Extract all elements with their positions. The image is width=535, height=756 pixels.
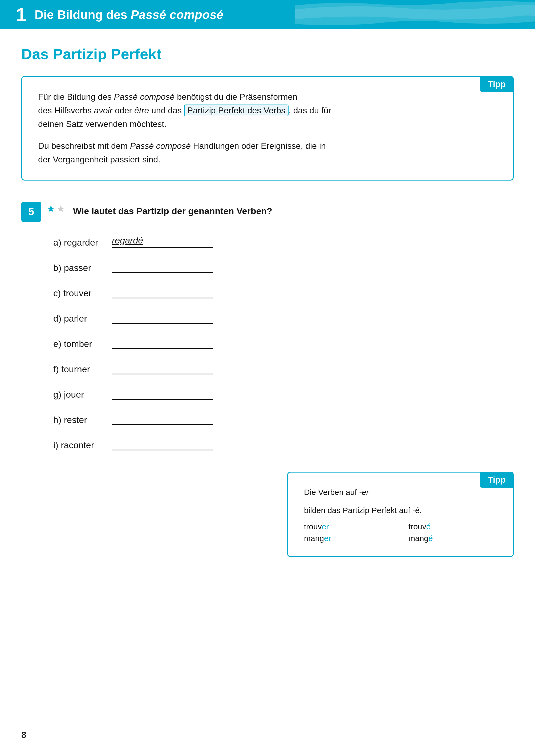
tipp2-table: trouver trouvé manger mangé xyxy=(304,522,497,543)
star-1: ★ xyxy=(47,203,55,214)
tipp-text-p2-1: Du beschreibst mit dem xyxy=(38,141,130,151)
tipp-paragraph-1: Für die Bildung des Passé composé benöti… xyxy=(38,90,497,131)
tipp2-line2: bilden das Partizip Perfekt auf -é. xyxy=(304,504,497,517)
tipp2-text-1: Die Verben auf xyxy=(304,488,359,497)
tipp-badge-1: Tipp xyxy=(480,76,514,92)
tipp-highlight: Partizip Perfekt des Verbs xyxy=(184,105,289,116)
answer-line-a[interactable]: regardé xyxy=(112,235,213,248)
answer-line-i[interactable] xyxy=(112,440,213,450)
section-title: Das Partizip Perfekt xyxy=(21,45,514,63)
chapter-title-italic: Passé composé xyxy=(130,8,223,22)
exercise-section: 5 ★ ★ Wie lautet das Partizip der genann… xyxy=(21,202,514,450)
list-item: h) rester xyxy=(53,414,514,425)
tipp-text-p1-1: Für die Bildung des xyxy=(38,92,114,102)
list-item: a) regarder regardé xyxy=(53,235,514,248)
answer-line-d[interactable] xyxy=(112,313,213,324)
tipp-text-etre: être xyxy=(134,106,149,115)
item-label-e: e) tomber xyxy=(53,339,112,349)
item-label-f: f) tourner xyxy=(53,364,112,375)
star-2: ★ xyxy=(56,203,65,214)
list-item: d) parler xyxy=(53,313,514,324)
tipp-text-oder: oder xyxy=(112,106,134,115)
answer-line-h[interactable] xyxy=(112,414,213,425)
exercise-items: a) regarder regardé b) passer c) trouver… xyxy=(21,235,514,450)
item-label-d: d) parler xyxy=(53,313,112,324)
list-item: f) tourner xyxy=(53,364,514,375)
tipp2-line1: Die Verben auf -er xyxy=(304,486,497,499)
tipp2-word-mange: mangé xyxy=(408,534,497,543)
item-label-b: b) passer xyxy=(53,263,112,273)
tipp2-e-2: é xyxy=(428,534,433,543)
page-number: 8 xyxy=(21,730,26,740)
tipp-badge-2: Tipp xyxy=(480,472,514,488)
answer-line-b[interactable] xyxy=(112,262,213,273)
tipp-text-p2-3: der Vergangenheit passiert sind. xyxy=(38,155,160,164)
tipp-text-p1-2: benötigst du die Präsensformen xyxy=(175,92,297,102)
chapter-title-prefix: Die Bildung des xyxy=(35,8,130,22)
tipp2-word-trouver: trouver xyxy=(304,522,392,531)
tipp-text-und-das: und das xyxy=(149,106,184,115)
tipp2-word-manger: manger xyxy=(304,534,392,543)
answer-filled-a: regardé xyxy=(112,235,143,246)
star-row: ★ ★ xyxy=(47,203,65,214)
tipp-box-2: Tipp Die Verben auf -er bilden das Parti… xyxy=(287,472,514,557)
tipp2-er-2: er xyxy=(324,534,331,543)
brush-decoration xyxy=(295,0,535,29)
answer-line-g[interactable] xyxy=(112,389,213,400)
tipp2-word-trouve: trouvé xyxy=(408,522,497,531)
tipp-box-1: Tipp Für die Bildung des Passé composé b… xyxy=(21,76,514,181)
tipp-text-p1-3: des Hilfsverbs xyxy=(38,106,94,115)
item-label-i: i) raconter xyxy=(53,440,112,450)
bottom-tipp-section: Tipp Die Verben auf -er bilden das Parti… xyxy=(21,472,514,557)
main-content: Das Partizip Perfekt Tipp Für die Bildun… xyxy=(0,29,535,573)
tipp-paragraph-2: Du beschreibst mit dem Passé composé Han… xyxy=(38,139,497,166)
exercise-number: 5 xyxy=(21,202,41,222)
tipp-text-p2-italic: Passé composé xyxy=(130,141,191,151)
stars-container: ★ ★ xyxy=(47,202,65,214)
answer-line-f[interactable] xyxy=(112,364,213,375)
item-label-h: h) rester xyxy=(53,415,112,425)
answer-line-e[interactable] xyxy=(112,338,213,349)
item-label-g: g) jouer xyxy=(53,389,112,400)
chapter-title: Die Bildung des Passé composé xyxy=(35,8,223,22)
tipp2-er-1: er xyxy=(322,522,329,531)
list-item: i) raconter xyxy=(53,440,514,450)
tipp-text-end: , das du für xyxy=(289,106,331,115)
tipp-text-avoir: avoir xyxy=(94,106,112,115)
answer-line-c[interactable] xyxy=(112,288,213,298)
tipp2-e-1: é xyxy=(426,522,431,531)
tipp-text-p1-4: deinen Satz verwenden möchtest. xyxy=(38,119,166,129)
tipp-text-p1-italic: Passé composé xyxy=(114,92,175,102)
tipp-text-p2-2: Handlungen oder Ereignisse, die in xyxy=(191,141,326,151)
exercise-question: Wie lautet das Partizip der genannten Ve… xyxy=(73,202,272,216)
list-item: g) jouer xyxy=(53,389,514,400)
item-label-c: c) trouver xyxy=(53,288,112,298)
list-item: c) trouver xyxy=(53,288,514,298)
exercise-header: 5 ★ ★ Wie lautet das Partizip der genann… xyxy=(21,202,514,222)
header-bar: 1 Die Bildung des Passé composé xyxy=(0,0,535,29)
chapter-number: 1 xyxy=(16,5,27,24)
tipp2-er-italic: -er xyxy=(359,488,369,497)
list-item: e) tomber xyxy=(53,338,514,349)
list-item: b) passer xyxy=(53,262,514,273)
item-label-a: a) regarder xyxy=(53,237,112,248)
